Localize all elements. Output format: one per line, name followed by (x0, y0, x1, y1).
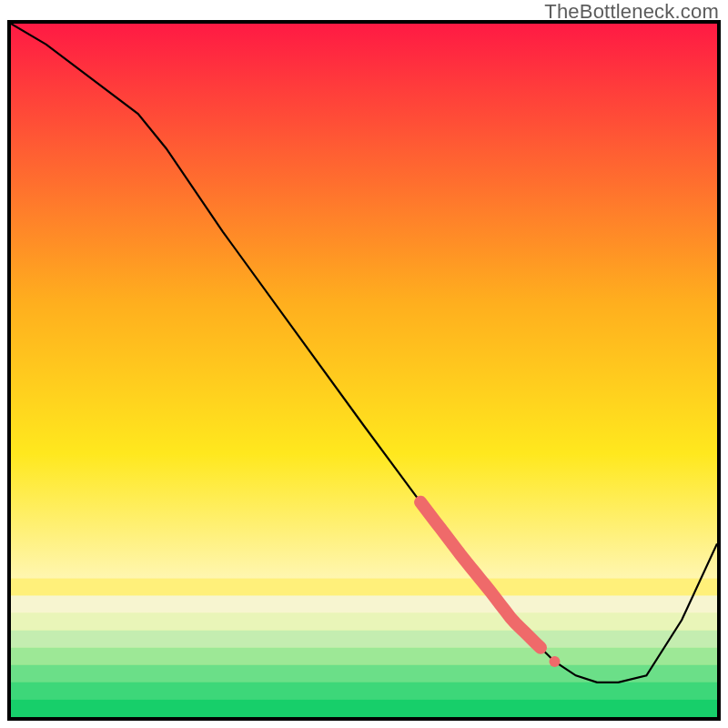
svg-rect-2 (11, 613, 717, 631)
svg-point-10 (550, 656, 561, 667)
stripe-band (11, 579, 717, 717)
bottleneck-chart (11, 24, 717, 717)
svg-point-8 (503, 610, 514, 621)
svg-point-9 (521, 629, 532, 640)
chart-frame (7, 20, 721, 721)
svg-rect-3 (11, 631, 717, 648)
svg-rect-4 (11, 648, 717, 665)
svg-rect-1 (11, 596, 717, 613)
svg-rect-5 (11, 665, 717, 682)
svg-rect-6 (11, 682, 717, 700)
svg-rect-0 (11, 579, 717, 596)
svg-rect-7 (11, 700, 717, 717)
